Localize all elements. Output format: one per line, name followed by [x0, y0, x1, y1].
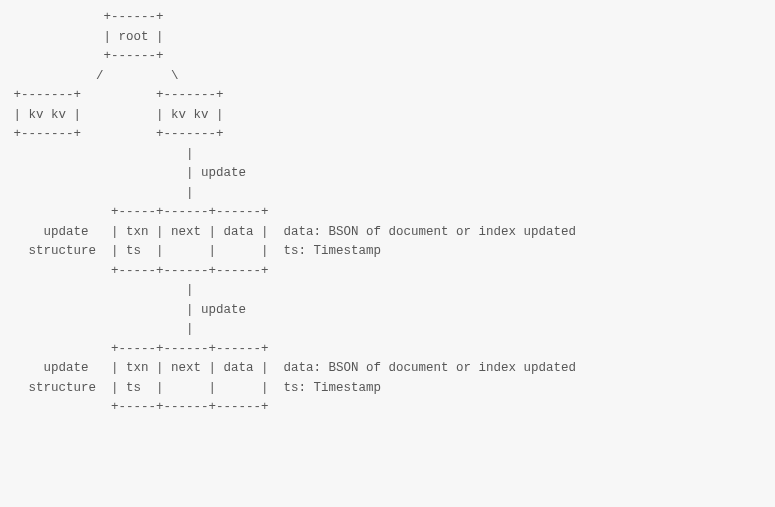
ascii-diagram: +------+ | root | +------+ / \ +-------+…	[6, 8, 769, 418]
